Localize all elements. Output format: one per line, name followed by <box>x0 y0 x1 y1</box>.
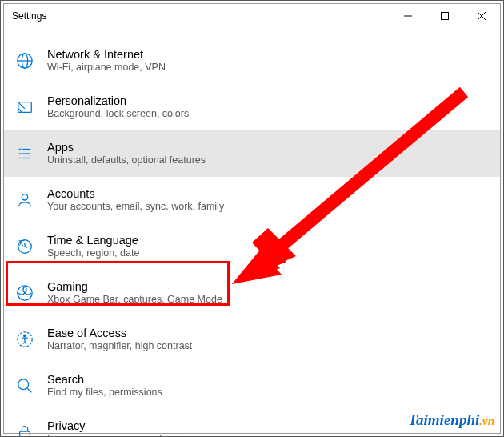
svg-point-19 <box>18 379 29 390</box>
apps-icon <box>15 144 34 163</box>
svg-line-20 <box>27 388 32 393</box>
item-subtitle: Find my files, permissions <box>47 387 162 399</box>
settings-item-personalization[interactable]: Personalization Background, lock screen,… <box>4 84 500 130</box>
gaming-icon <box>15 283 34 303</box>
settings-window: Settings Network & Internet Wi-Fi, airpl… <box>3 3 501 434</box>
item-title: Ease of Access <box>47 326 192 340</box>
item-subtitle: Location, camera, microphone <box>47 433 182 437</box>
item-subtitle: Uninstall, defaults, optional features <box>47 154 206 167</box>
item-title: Search <box>47 372 162 387</box>
item-title: Accounts <box>47 186 224 201</box>
settings-item-accounts[interactable]: Accounts Your accounts, email, sync, wor… <box>4 177 500 223</box>
item-title: Privacy <box>47 419 182 433</box>
titlebar: Settings <box>4 4 500 28</box>
settings-item-ease-of-access[interactable]: Ease of Access Narrator, magnifier, high… <box>4 316 500 363</box>
privacy-icon <box>15 423 34 437</box>
close-button[interactable] <box>463 4 500 28</box>
window-title: Settings <box>12 10 46 22</box>
svg-point-14 <box>22 194 27 200</box>
item-title: Apps <box>47 140 206 154</box>
globe-icon <box>15 51 34 70</box>
settings-item-search[interactable]: Search Find my files, permissions <box>4 363 500 409</box>
maximize-button[interactable] <box>426 4 463 28</box>
item-subtitle: Narrator, magnifier, high contrast <box>47 340 192 353</box>
item-title: Gaming <box>47 279 222 294</box>
personalization-icon <box>15 98 34 117</box>
settings-item-gaming[interactable]: Gaming Xbox Game Bar, captures, Game Mod… <box>4 270 500 316</box>
settings-list: Network & Internet Wi-Fi, airplane mode,… <box>4 28 500 437</box>
time-language-icon <box>15 237 34 256</box>
accounts-icon <box>15 190 34 210</box>
settings-item-apps[interactable]: Apps Uninstall, defaults, optional featu… <box>4 130 500 177</box>
item-title: Time & Language <box>47 233 139 247</box>
item-subtitle: Xbox Game Bar, captures, Game Mode <box>47 294 222 307</box>
ease-of-access-icon <box>15 330 34 349</box>
settings-item-network[interactable]: Network & Internet Wi-Fi, airplane mode,… <box>4 38 500 84</box>
item-subtitle: Wi-Fi, airplane mode, VPN <box>47 62 166 74</box>
item-title: Network & Internet <box>47 47 166 62</box>
item-subtitle: Speech, region, date <box>47 247 139 260</box>
minimize-button[interactable] <box>390 4 426 28</box>
settings-item-privacy[interactable]: Privacy Location, camera, microphone <box>4 409 500 437</box>
search-icon <box>15 376 34 395</box>
settings-item-time-language[interactable]: Time & Language Speech, region, date <box>4 223 500 270</box>
item-title: Personalization <box>47 94 189 108</box>
svg-point-18 <box>24 335 26 337</box>
svg-rect-21 <box>20 431 30 437</box>
item-subtitle: Your accounts, email, sync, work, family <box>47 201 224 214</box>
svg-rect-1 <box>442 13 449 20</box>
item-subtitle: Background, lock screen, colors <box>47 108 189 121</box>
